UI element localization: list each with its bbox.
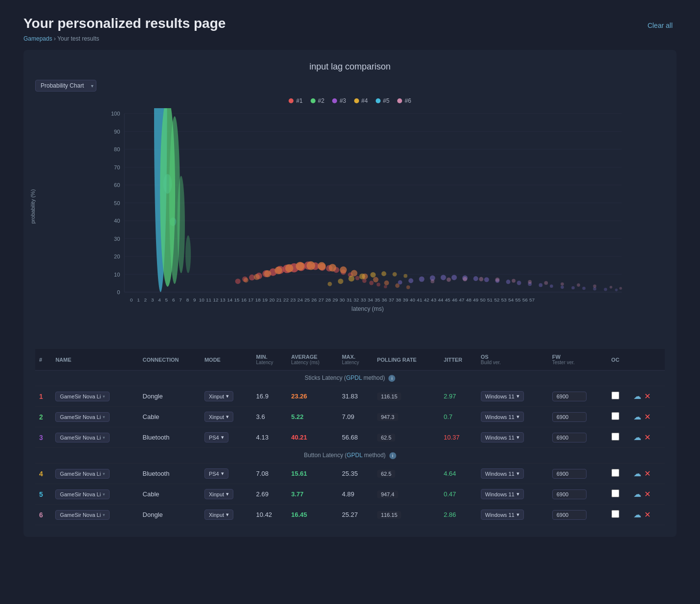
gpdl-link[interactable]: GPDL	[347, 452, 362, 459]
fw-input-5[interactable]	[552, 489, 587, 499]
upload-button-1[interactable]: ☁	[633, 392, 641, 401]
svg-text:14: 14	[227, 297, 233, 302]
oc-checkbox-6[interactable]	[611, 510, 619, 518]
row-avg-3: 40.21	[287, 427, 338, 448]
mode-badge-6[interactable]: Xinput ▾	[204, 510, 233, 520]
name-badge-6[interactable]: GameSir Nova Li ▾	[55, 510, 110, 520]
os-badge-2[interactable]: Windows 11 ▾	[481, 412, 524, 422]
svg-text:16: 16	[241, 297, 247, 302]
row-connection-3: Bluetooth	[139, 427, 201, 448]
svg-text:50: 50	[114, 200, 120, 206]
row-jitter-2: 0.7	[440, 407, 477, 427]
upload-button-6[interactable]: ☁	[633, 510, 641, 519]
svg-text:15: 15	[234, 297, 240, 302]
breadcrumb-parent-link[interactable]: Gamepads	[23, 35, 52, 42]
os-badge-6[interactable]: Windows 11 ▾	[481, 510, 524, 520]
svg-point-98	[430, 279, 434, 283]
svg-text:90: 90	[114, 129, 120, 135]
name-badge-1[interactable]: GameSir Nova Li ▾	[55, 392, 110, 401]
oc-checkbox-4[interactable]	[611, 469, 619, 477]
mode-badge-4[interactable]: PS4 ▾	[204, 468, 228, 479]
upload-button-3[interactable]: ☁	[633, 433, 641, 442]
svg-text:13: 13	[220, 297, 226, 302]
legend-item-2: #2	[311, 97, 324, 104]
delete-button-4[interactable]: ✕	[644, 469, 651, 478]
os-badge-4[interactable]: Windows 11 ▾	[481, 468, 524, 479]
gpdl-link[interactable]: GPDL	[346, 374, 361, 381]
row-num-5: 5	[35, 484, 51, 505]
mode-badge-3[interactable]: PS4 ▾	[204, 432, 228, 442]
svg-point-29	[178, 176, 185, 273]
legend-item-1: #1	[289, 97, 302, 104]
oc-checkbox-2[interactable]	[611, 412, 619, 420]
delete-button-3[interactable]: ✕	[644, 433, 651, 442]
svg-point-108	[593, 284, 596, 288]
name-badge-3[interactable]: GameSir Nova Li ▾	[55, 433, 110, 442]
fw-input-4[interactable]	[552, 469, 587, 479]
row-connection-1: Dongle	[139, 386, 201, 407]
svg-point-31	[235, 279, 241, 284]
row-name-6: GameSir Nova Li ▾	[51, 505, 138, 525]
svg-text:19: 19	[262, 297, 268, 302]
info-icon[interactable]: i	[389, 452, 396, 459]
table-row: 5 GameSir Nova Li ▾ Cable Xinput ▾ 2.69 …	[35, 484, 665, 505]
os-badge-1[interactable]: Windows 11 ▾	[481, 391, 524, 401]
svg-point-72	[359, 274, 365, 279]
table-row: 6 GameSir Nova Li ▾ Dongle Xinput ▾ 10.4…	[35, 505, 665, 525]
os-badge-3[interactable]: Windows 11 ▾	[481, 432, 524, 442]
svg-text:49: 49	[473, 297, 479, 302]
oc-checkbox-3[interactable]	[611, 433, 619, 441]
svg-point-73	[370, 272, 376, 278]
delete-button-6[interactable]: ✕	[644, 510, 651, 519]
fw-input-2[interactable]	[552, 412, 587, 422]
row-jitter-1: 2.97	[440, 386, 477, 407]
fw-input-1[interactable]	[552, 392, 587, 401]
svg-text:42: 42	[424, 297, 429, 302]
clear-all-button[interactable]: Clear all	[644, 20, 677, 31]
svg-point-65	[373, 277, 379, 282]
svg-text:70: 70	[114, 164, 120, 170]
upload-button-2[interactable]: ☁	[633, 412, 641, 421]
svg-point-57	[285, 264, 294, 273]
delete-button-5[interactable]: ✕	[644, 489, 651, 499]
row-name-5: GameSir Nova Li ▾	[51, 484, 138, 505]
row-polling-1: 116.15	[373, 386, 440, 407]
svg-text:7: 7	[179, 297, 182, 302]
svg-text:5: 5	[165, 297, 168, 302]
row-oc-4	[608, 464, 630, 484]
delete-button-1[interactable]: ✕	[644, 392, 651, 401]
row-jitter-6: 2.86	[440, 505, 477, 525]
svg-point-92	[561, 286, 564, 289]
row-num-2: 2	[35, 407, 51, 427]
row-actions-6: ☁ ✕	[630, 505, 665, 525]
oc-checkbox-5[interactable]	[611, 489, 619, 497]
fw-input-6[interactable]	[552, 510, 587, 520]
row-jitter-4: 4.64	[440, 464, 477, 484]
svg-text:30: 30	[339, 297, 345, 302]
row-min-1: 16.9	[252, 386, 288, 407]
name-badge-4[interactable]: GameSir Nova Li ▾	[55, 469, 110, 479]
svg-point-109	[610, 286, 612, 289]
info-icon[interactable]: i	[388, 375, 395, 382]
name-badge-5[interactable]: GameSir Nova Li ▾	[55, 489, 110, 499]
svg-text:30: 30	[114, 236, 120, 242]
name-badge-2[interactable]: GameSir Nova Li ▾	[55, 412, 110, 422]
os-badge-5[interactable]: Windows 11 ▾	[481, 489, 524, 499]
mode-badge-5[interactable]: Xinput ▾	[204, 489, 233, 499]
upload-button-4[interactable]: ☁	[633, 469, 641, 478]
chart-title: input lag comparison	[35, 62, 665, 72]
mode-badge-1[interactable]: Xinput ▾	[204, 391, 233, 401]
oc-checkbox-1[interactable]	[611, 392, 619, 399]
svg-text:23: 23	[290, 297, 296, 302]
svg-point-53	[244, 278, 248, 283]
delete-button-2[interactable]: ✕	[644, 412, 651, 421]
svg-point-68	[406, 285, 410, 289]
mode-badge-2[interactable]: Xinput ▾	[204, 412, 233, 422]
fw-input-3[interactable]	[552, 433, 587, 442]
svg-text:18: 18	[255, 297, 261, 302]
row-num-4: 4	[35, 464, 51, 484]
upload-button-5[interactable]: ☁	[633, 489, 641, 499]
chart-type-select[interactable]: Probability Chart Line Chart	[35, 80, 96, 92]
chart-type-select-wrapper[interactable]: Probability Chart Line Chart	[35, 80, 96, 92]
svg-point-75	[392, 272, 397, 277]
